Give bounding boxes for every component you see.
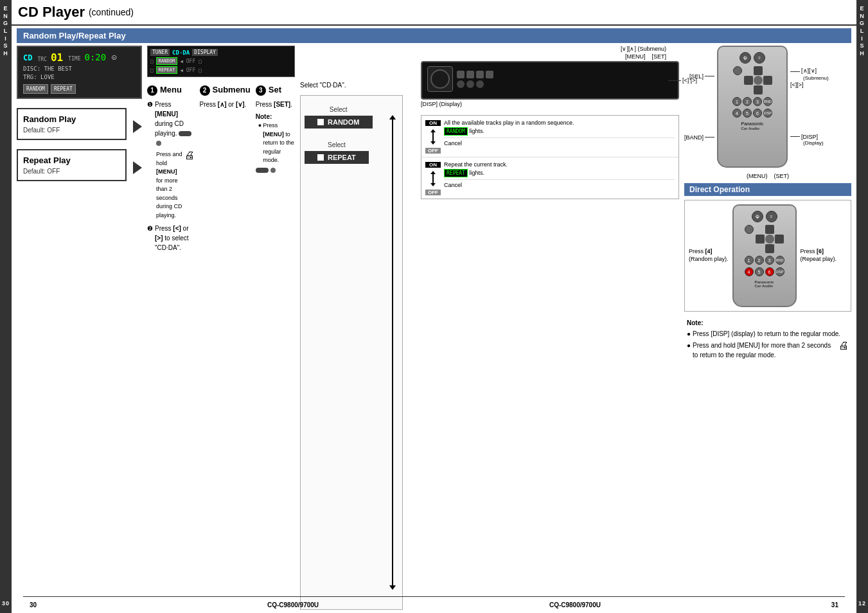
remote-right-btn[interactable] (763, 76, 772, 85)
remote-5-btn[interactable]: 5 (743, 109, 752, 118)
section-header: Random Play/Repeat Play (17, 28, 851, 43)
remote-2-btn[interactable]: 2 (743, 97, 752, 106)
main-content: CD Player (continued) Random Play/Repeat… (12, 0, 856, 613)
step2-col: 2 Submenu Press [∧] or [∨]. (200, 85, 251, 109)
random-on-text-area: All the available tracks play in a rando… (444, 119, 675, 147)
direct-op-5-btn[interactable]: 5 (755, 267, 764, 276)
note-item-2: ● Press and hold [MENU] for more than 2 … (687, 341, 849, 360)
v-arrow-down-icon (389, 585, 396, 590)
direct-op-dpad (756, 225, 784, 253)
direct-op-6-btn[interactable]: 6 (765, 267, 774, 276)
remote-down-btn[interactable] (754, 85, 763, 94)
random-play-title: Random Play (23, 114, 120, 124)
remote-band-btn[interactable]: BND (763, 97, 772, 106)
remote-annot-right: [∧][∨] (Submenu) [<][>] [DISP] (Display) (790, 46, 829, 168)
set-label: [SET] (651, 53, 666, 60)
step1-number: 1 (147, 85, 157, 96)
remote-disp-btn[interactable]: DSP (763, 109, 772, 118)
submenu-right-line: [∧][∨] (790, 67, 829, 75)
direct-op-left-btn[interactable] (756, 235, 765, 244)
repeat-on-text-area: Repeat the current track. REPEAT lights.… (444, 161, 675, 188)
steps-row: 1 Menu ❶ Press [MENU] during CD playing.… (147, 85, 295, 253)
display-trc: TRC (37, 57, 46, 62)
col-d: [∨][∧] (Submenu) [MENU] [SET] (421, 46, 679, 610)
submenu-annot: [∨][∧] (Submenu) (421, 46, 679, 52)
direct-op-1-btn[interactable]: 1 (745, 256, 754, 265)
head-unit-controls (457, 71, 673, 88)
step2-content: Press [∧] or [∨]. (200, 100, 251, 109)
repeat-play-row: Repeat Play Default: OFF (17, 149, 142, 186)
model-right: CQ-C9800/9700U (549, 601, 601, 609)
sel-menu-label: (MENU) (747, 173, 768, 179)
direct-op-4-btn[interactable]: 4 (745, 267, 754, 276)
submenu-label: [∨][∧] (Submenu) (621, 46, 666, 52)
remote-menu-btn[interactable]: ≡ (754, 52, 765, 64)
direct-op-right-btn[interactable] (775, 235, 784, 244)
direct-op-power-btn[interactable]: ⏻ (752, 211, 763, 222)
remote-sel-btn[interactable] (733, 66, 742, 75)
press4-label: Press [4] (Random play). (689, 248, 729, 263)
side-tab-right-label7: H (860, 50, 865, 58)
side-tab-left: E N G L I S H 30 (0, 0, 12, 613)
repeat-play-box: Repeat Play Default: OFF (17, 149, 127, 181)
repeat-play-title: Repeat Play (23, 155, 120, 165)
display-panel: CD TRC 01 TIME 0:20 ⊙ DISC: THE BEST TRG… (17, 46, 142, 99)
direct-op-2-btn[interactable]: 2 (755, 256, 764, 265)
display-title: TRG: LOVE (23, 73, 136, 82)
direct-op-disp-btn[interactable]: DSP (775, 267, 784, 276)
remote-center-btn[interactable] (754, 76, 763, 85)
direct-op-3-btn[interactable]: 3 (765, 256, 774, 265)
display-disc: DISC: THE BEST (23, 65, 136, 73)
head-unit-btn-row1 (457, 71, 673, 78)
direct-op-up-btn[interactable] (765, 225, 774, 234)
col-e: [SEL] [BAND] ⏻ ≡ (684, 46, 851, 610)
band-set-sub-label: (SET) (774, 173, 790, 179)
random-play-box: Random Play Default: OFF (17, 108, 127, 140)
repeat-badge: REPEAT (444, 169, 468, 177)
page-num-left: 30 (30, 601, 37, 609)
remote-1-btn[interactable]: 1 (732, 97, 741, 106)
repeat-on-row: ON OFF Repeat the current track. (425, 161, 675, 195)
cd-screen-repeat: REPEAT (156, 66, 177, 74)
step3-title: Set (269, 85, 281, 94)
cd-screen-tuner: TUNER (150, 49, 170, 56)
remote-sel-row (733, 66, 772, 94)
remote-4-btn[interactable]: 4 (732, 109, 741, 118)
direct-op-band-btn[interactable]: BND (775, 256, 784, 265)
remote-left-btn[interactable] (744, 76, 753, 85)
repeat-select-button[interactable]: REPEAT (305, 151, 369, 164)
submenu-right-label: [∧][∨] (801, 67, 817, 75)
on-off-stack-repeat: ON OFF (425, 161, 441, 195)
remote-top-row: ⏻ ≡ (740, 52, 765, 64)
disp-annot: [DISP] (Display) (421, 101, 679, 107)
repeat-sq-icon (317, 154, 324, 161)
direct-op-center-btn[interactable] (765, 235, 774, 244)
repeat-btn-label: REPEAT (328, 154, 356, 161)
side-tab-right: E N G L I S H 12 (856, 0, 868, 613)
remote-up-btn[interactable] (754, 66, 763, 75)
random-off-tag: OFF (425, 148, 441, 154)
remote-6-btn[interactable]: 6 (753, 109, 762, 118)
side-tab-left-num: 30 (2, 600, 10, 613)
note-item-1: ● Press [DISP] (display) to return to th… (687, 329, 849, 339)
disp-right-sub: (Display) (790, 140, 829, 146)
cd-screen-repeat-val: OFF (186, 67, 195, 73)
note-text-2: Press and hold [MENU] for more than 2 se… (693, 341, 837, 360)
select-cdda-label: Select "CD·DA". (300, 82, 416, 89)
direct-op-header: Direct Operation (684, 183, 851, 196)
direct-op-num-row1: 1 2 3 BND (745, 256, 784, 265)
remote-outer: [SEL] [BAND] ⏻ ≡ (684, 46, 851, 168)
direct-op-sel-btn[interactable] (745, 225, 754, 234)
repeat-play-arrow (133, 161, 142, 174)
col-c: Select "CD·DA". Select RANDOM (300, 46, 416, 610)
remote-power-btn[interactable]: ⏻ (740, 52, 751, 64)
remote-dpad (744, 66, 772, 94)
side-tab-right-label: E (860, 5, 864, 13)
display-cd: CD (23, 53, 32, 64)
direct-op-menu-btn[interactable]: ≡ (766, 211, 777, 222)
cd-screen-display: DISPLAY (192, 49, 218, 56)
random-select-button[interactable]: RANDOM (305, 116, 373, 129)
direct-op-down-btn[interactable] (765, 244, 774, 253)
head-unit-btn-row2 (457, 80, 673, 88)
remote-3-btn[interactable]: 3 (753, 97, 762, 106)
